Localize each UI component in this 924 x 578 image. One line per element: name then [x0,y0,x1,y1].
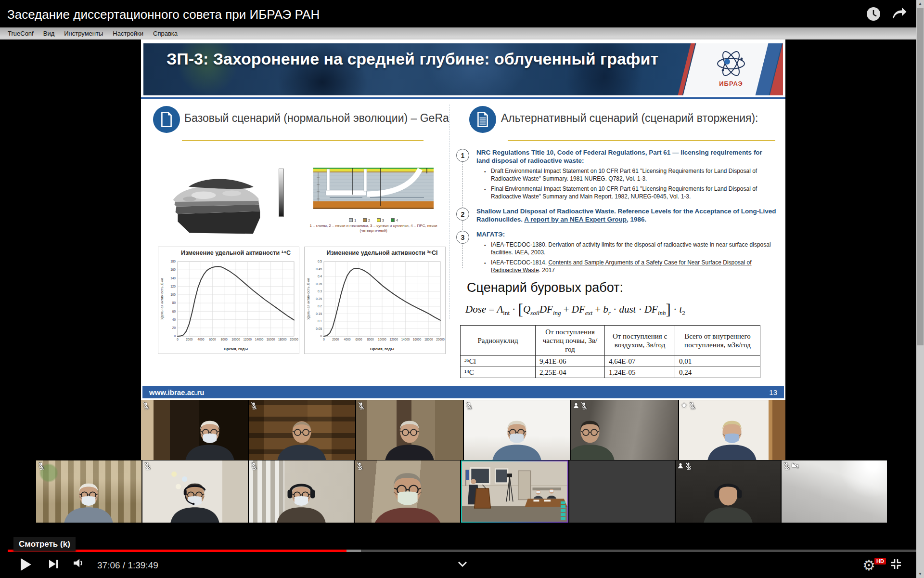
svg-text:18000: 18000 [278,338,287,341]
video-feed [355,460,460,523]
table-header: Всего от внутреннего поступления, мЗв/го… [675,326,760,356]
svg-text:0.2: 0.2 [318,304,322,308]
participants-row-1 [141,400,785,460]
participant-r2-3[interactable] [249,460,354,523]
slide-footer: www.ibrae.ac.ru 13 [142,386,784,398]
chevron-down-icon[interactable] [456,558,469,572]
table-cell: ¹⁴C [461,367,536,378]
hd-badge[interactable]: HD [874,558,886,565]
svg-text:Время, годы: Время, годы [370,347,394,351]
colorbar-scale [279,169,284,217]
svg-text:0: 0 [174,334,176,338]
participant-r1-5[interactable] [571,400,678,460]
svg-text:160: 160 [170,268,176,271]
video-feed [249,400,356,460]
mic-muted-icon [783,462,790,472]
reference-bullet: •IAEA-TECDOC-1380. Derivation of activit… [476,241,776,256]
fullscreen-button[interactable] [889,557,903,573]
video-feed [676,460,781,523]
participant-r1-4[interactable] [464,400,571,460]
participant-r2-4[interactable] [355,460,460,523]
menu-item-настройки[interactable]: Настройки [108,30,148,37]
tile-status-icons [783,462,799,472]
references-list: 1NRC Regulations Title 10, Code of Feder… [456,148,776,281]
table-cell: ³⁶Cl [461,356,536,367]
participant-r1-3[interactable] [356,400,463,460]
bust-icon [678,462,683,472]
progress-bar[interactable] [8,550,916,552]
svg-text:0.5: 0.5 [318,260,322,263]
item-number: 1 [456,149,469,162]
participant-silhouette [696,416,768,460]
menu-item-trueconf[interactable]: TrueConf [3,30,38,37]
play-button[interactable] [20,558,32,573]
svg-text:20000: 20000 [436,338,445,341]
participant-r1-1[interactable] [141,400,248,460]
table-cell: 9,41E-06 [536,356,605,367]
scrollbar-up-arrow[interactable]: ▲ [916,0,924,8]
reference-item-3: 3МАГАТЭ:•IAEA-TECDOC-1380. Derivation of… [456,230,776,274]
slide-page-number: 13 [769,388,777,396]
participant-r2-1[interactable] [36,460,141,523]
tile-status-icons [573,402,587,412]
svg-text:6000: 6000 [209,338,217,341]
video-feed [464,400,571,460]
ibrae-logo-text: ИБРАЭ [711,80,751,87]
participant-r2-5[interactable] [461,460,568,523]
svg-text:0.45: 0.45 [316,267,322,271]
svg-text:0.05: 0.05 [316,327,322,330]
svg-text:10000: 10000 [231,338,240,341]
svg-text:0: 0 [323,338,325,341]
table-cell: 1,24E-05 [605,367,675,378]
geomodel-3d-image [161,161,270,243]
page-scrollbar[interactable]: ▲ ▼ [916,0,924,578]
share-icon[interactable] [890,5,908,23]
menu-item-справка[interactable]: Справка [148,30,182,37]
participant-r2-2[interactable] [142,460,248,523]
right-heading-underline [508,140,775,141]
reference-bullet: •IAEA-TECDOC-1814. Contents and Sample A… [476,259,776,274]
participant-silhouette [355,466,460,523]
svg-text:Изменение удельной активности: Изменение удельной активности ¹⁴C [181,250,291,256]
svg-text:0.35: 0.35 [316,282,322,286]
participant-r1-2[interactable] [249,400,356,460]
chart-activity-cl36: 0200040006000800010000120001400016000180… [304,247,446,354]
chart-activity-c14: 0200040006000800010000120001400016000180… [158,247,299,354]
table-cell: 2,25E-04 [536,367,605,378]
participant-silhouette [373,416,446,460]
participant-r1-6[interactable] [679,400,786,460]
scrollbar-down-arrow[interactable]: ▼ [916,570,924,578]
watch-later-icon[interactable] [865,5,882,23]
svg-text:2000: 2000 [332,338,339,341]
participant-r2-6[interactable] [569,460,675,523]
video-feed [569,460,675,523]
svg-text:100: 100 [170,293,176,296]
participant-silhouette [265,479,337,523]
video-feed [782,460,887,523]
item-title: МАГАТЭ: [476,230,776,238]
mic-muted-icon [358,402,364,412]
video-feed [249,460,354,523]
scrollbar-thumb[interactable] [917,8,924,345]
participant-r2-8[interactable] [782,460,887,523]
menu-item-инструменты[interactable]: Инструменты [59,30,108,37]
svg-text:0.25: 0.25 [316,297,322,301]
document-icon [153,106,180,133]
mic-muted-icon [466,402,472,412]
svg-text:8000: 8000 [367,338,374,341]
header-divider-line [141,97,785,99]
atom-icon [714,50,748,77]
video-feed [36,460,141,523]
participant-r2-7[interactable] [676,460,781,523]
svg-text:14000: 14000 [255,338,264,341]
menu-item-вид[interactable]: Вид [38,30,60,37]
settings-gear-icon[interactable]: ⚙ [862,557,875,574]
next-button[interactable] [49,559,59,571]
mic-muted-icon [251,462,257,472]
svg-text:20: 20 [172,326,176,329]
slide-title: ЗП-3: Захоронение на средней глубине: об… [167,48,701,69]
volume-button[interactable] [73,558,85,570]
audio-level-meter [561,501,565,520]
mic-muted-icon [38,462,44,472]
svg-text:0.1: 0.1 [318,319,322,323]
